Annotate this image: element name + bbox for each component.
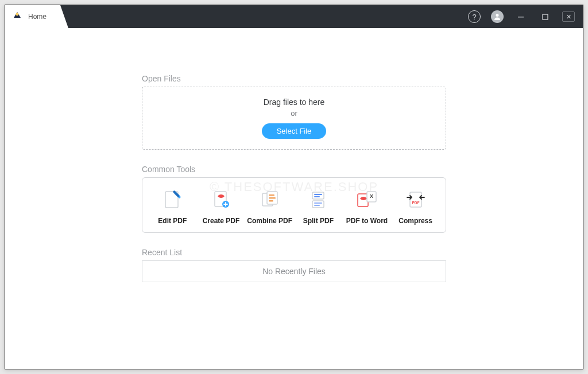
main-content: Open Files Drag files to here or Select …: [5, 28, 583, 369]
tool-create-pdf[interactable]: Create PDF: [198, 188, 244, 225]
svg-rect-23: [410, 192, 421, 207]
tool-edit-pdf[interactable]: Edit PDF: [149, 188, 195, 225]
titlebar: Home ? ✕: [5, 5, 583, 28]
svg-rect-2: [518, 17, 524, 17]
svg-text:PDF: PDF: [412, 201, 419, 205]
maximize-button[interactable]: [538, 10, 552, 24]
tool-label: Edit PDF: [149, 217, 195, 225]
compress-icon: PDF: [404, 188, 427, 211]
common-tools-heading: Common Tools: [142, 165, 446, 174]
pdf-to-word-icon: X: [355, 188, 378, 211]
minimize-button[interactable]: [514, 10, 528, 24]
svg-rect-12: [269, 197, 276, 199]
svg-rect-19: [314, 205, 320, 206]
open-files-heading: Open Files: [142, 74, 446, 83]
tool-combine-pdf[interactable]: Combine PDF: [247, 188, 293, 225]
common-tools-section: Common Tools Edit PDF: [142, 165, 446, 233]
svg-rect-13: [269, 200, 273, 202]
svg-text:X: X: [370, 193, 373, 199]
tool-label: PDF to Word: [344, 217, 390, 225]
tab-home[interactable]: Home: [5, 5, 68, 28]
file-dropzone[interactable]: Drag files to here or Select File: [142, 87, 446, 150]
titlebar-controls: ? ✕: [468, 5, 583, 28]
tab-home-label: Home: [28, 13, 47, 21]
tool-split-pdf[interactable]: Split PDF: [295, 188, 341, 225]
tool-label: Combine PDF: [247, 217, 293, 225]
svg-rect-3: [543, 14, 548, 20]
tool-compress[interactable]: PDF Compress: [393, 188, 439, 225]
tool-label: Split PDF: [295, 217, 341, 225]
svg-rect-16: [314, 194, 322, 195]
tools-container: Edit PDF Create PDF: [142, 177, 446, 233]
recent-heading: Recent List: [142, 248, 446, 257]
app-window: Home ? ✕ Open Files Drag files to here o…: [5, 5, 583, 369]
close-button[interactable]: ✕: [562, 11, 575, 22]
open-files-section: Open Files Drag files to here or Select …: [142, 74, 446, 150]
user-avatar-icon[interactable]: [491, 10, 504, 23]
svg-point-1: [496, 14, 499, 17]
svg-rect-15: [312, 201, 324, 208]
tool-pdf-to-word[interactable]: X PDF to Word: [344, 188, 390, 225]
svg-rect-17: [314, 196, 320, 197]
select-file-button[interactable]: Select File: [262, 123, 327, 139]
combine-pdf-icon: [258, 188, 281, 211]
app-logo-icon: [11, 10, 24, 23]
dropzone-text: Drag files to here: [148, 98, 440, 107]
tool-label: Compress: [393, 217, 439, 225]
create-pdf-icon: [210, 188, 233, 211]
split-pdf-icon: [307, 188, 330, 211]
svg-rect-18: [314, 202, 322, 204]
svg-rect-11: [269, 194, 274, 196]
dropzone-or: or: [148, 109, 440, 118]
svg-point-0: [16, 13, 19, 16]
help-icon[interactable]: ?: [468, 10, 481, 23]
svg-rect-14: [312, 192, 324, 199]
recent-empty: No Recently Files: [142, 260, 446, 282]
edit-pdf-icon: [161, 188, 184, 211]
tool-label: Create PDF: [198, 217, 244, 225]
recent-section: Recent List No Recently Files: [142, 248, 446, 282]
